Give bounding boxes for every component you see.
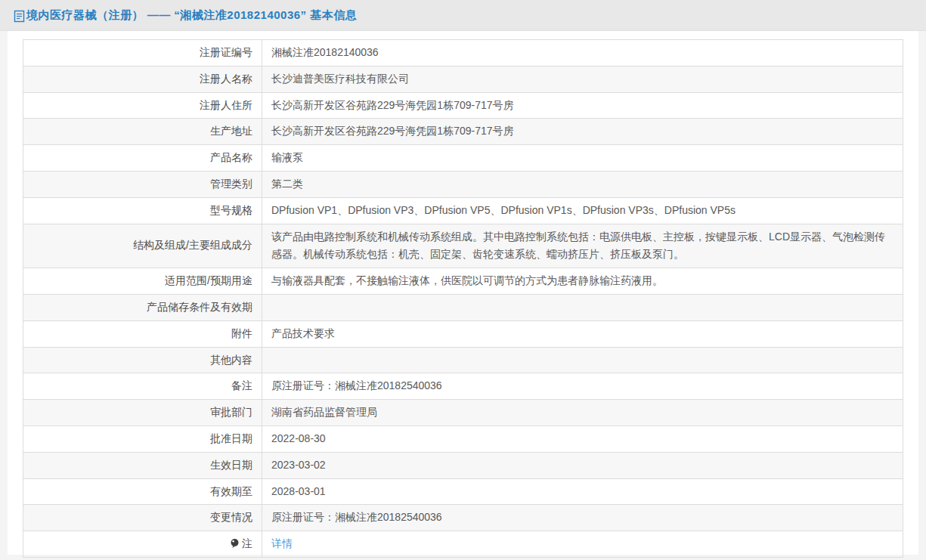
row-value: 湘械注准20182140036	[262, 40, 903, 67]
row-value: 长沙高新开发区谷苑路229号海凭园1栋709-717号房	[262, 119, 903, 145]
row-value: 2022-08-30	[262, 425, 903, 452]
row-value: 长沙迪普美医疗科技有限公司	[262, 66, 903, 92]
registration-info-table: 注册证编号湘械注准20182140036注册人名称长沙迪普美医疗科技有限公司注册…	[23, 39, 903, 558]
info-table-body: 注册证编号湘械注准20182140036注册人名称长沙迪普美医疗科技有限公司注册…	[23, 40, 903, 558]
row-label: 变更情况	[23, 505, 262, 531]
row-label: 结构及组成/主要组成成分	[23, 224, 262, 268]
table-row: 注册证编号湘械注准20182140036	[23, 40, 903, 67]
row-value: 产品技术要求	[262, 320, 903, 347]
row-label: 生产地址	[23, 119, 262, 145]
row-value: DPfusion VP1、DPfusion VP3、DPfusion VP5、D…	[262, 197, 903, 224]
table-row: 备注原注册证号：湘械注准20182540036	[23, 373, 903, 400]
table-row: 注册人名称长沙迪普美医疗科技有限公司	[23, 66, 903, 92]
row-label: 批准日期	[23, 425, 262, 452]
table-row: 生产地址长沙高新开发区谷苑路229号海凭园1栋709-717号房	[23, 119, 903, 145]
table-row: 注详情	[23, 531, 903, 558]
top-bar: 境内医疗器械（注册） —— “湘械注准20182140036” 基本信息	[0, 0, 926, 31]
row-label: 注册人住所	[23, 92, 262, 119]
row-label: 附件	[23, 320, 262, 347]
row-value: 长沙高新开发区谷苑路229号海凭园1栋709-717号房	[262, 92, 903, 119]
table-row: 注册人住所长沙高新开发区谷苑路229号海凭园1栋709-717号房	[23, 92, 903, 119]
row-label: 适用范围/预期用途	[23, 268, 262, 295]
row-value	[262, 347, 903, 373]
row-label: 其他内容	[23, 347, 262, 373]
row-label: 有效期至	[23, 478, 262, 505]
row-value: 第二类	[262, 171, 903, 197]
row-value: 该产品由电路控制系统和机械传动系统组成。其中电路控制系统包括：电源供电板、主控板…	[262, 224, 903, 268]
table-row: 审批部门湖南省药品监督管理局	[23, 400, 903, 426]
row-value: 原注册证号：湘械注准20182540036	[262, 505, 903, 531]
row-value	[262, 294, 903, 320]
row-value: 详情	[262, 531, 903, 558]
row-label: 备注	[23, 373, 262, 400]
document-icon	[14, 10, 25, 23]
table-row: 附件产品技术要求	[23, 320, 903, 347]
row-value: 湖南省药品监督管理局	[262, 400, 903, 426]
table-row: 批准日期2022-08-30	[23, 425, 903, 452]
table-row: 其他内容	[23, 347, 903, 373]
detail-link[interactable]: 详情	[271, 537, 293, 549]
table-row: 管理类别第二类	[23, 171, 903, 197]
page-title-text: 境内医疗器械（注册） —— “湘械注准20182140036” 基本信息	[26, 8, 357, 23]
row-value: 与输液器具配套，不接触输注液体，供医院以可调节的方式为患者静脉输注药液用。	[262, 268, 903, 295]
row-value: 输液泵	[262, 145, 903, 172]
row-label: 产品储存条件及有效期	[23, 294, 262, 320]
row-label: 型号规格	[23, 197, 262, 224]
table-row: 有效期至2028-03-01	[23, 478, 903, 505]
table-row: 变更情况原注册证号：湘械注准20182540036	[23, 505, 903, 531]
row-label: 注	[23, 531, 262, 558]
row-label: 注册证编号	[23, 40, 262, 67]
row-label: 产品名称	[23, 145, 262, 172]
row-label: 生效日期	[23, 452, 262, 478]
row-value: 原注册证号：湘械注准20182540036	[262, 373, 903, 400]
table-row: 产品储存条件及有效期	[23, 294, 903, 320]
content-panel: 注册证编号湘械注准20182140036注册人名称长沙迪普美医疗科技有限公司注册…	[8, 31, 918, 555]
row-label: 管理类别	[23, 171, 262, 197]
note-icon	[230, 537, 240, 547]
table-row: 适用范围/预期用途与输液器具配套，不接触输注液体，供医院以可调节的方式为患者静脉…	[23, 268, 903, 295]
row-value: 2023-03-02	[262, 452, 903, 478]
page-title: 境内医疗器械（注册） —— “湘械注准20182140036” 基本信息	[14, 8, 357, 23]
row-label: 审批部门	[23, 400, 262, 426]
table-row: 型号规格DPfusion VP1、DPfusion VP3、DPfusion V…	[23, 197, 903, 224]
table-row: 生效日期2023-03-02	[23, 452, 903, 478]
row-label: 注册人名称	[23, 66, 262, 92]
table-row: 产品名称输液泵	[23, 145, 903, 172]
table-row: 结构及组成/主要组成成分该产品由电路控制系统和机械传动系统组成。其中电路控制系统…	[23, 224, 903, 268]
row-value: 2028-03-01	[262, 478, 903, 505]
